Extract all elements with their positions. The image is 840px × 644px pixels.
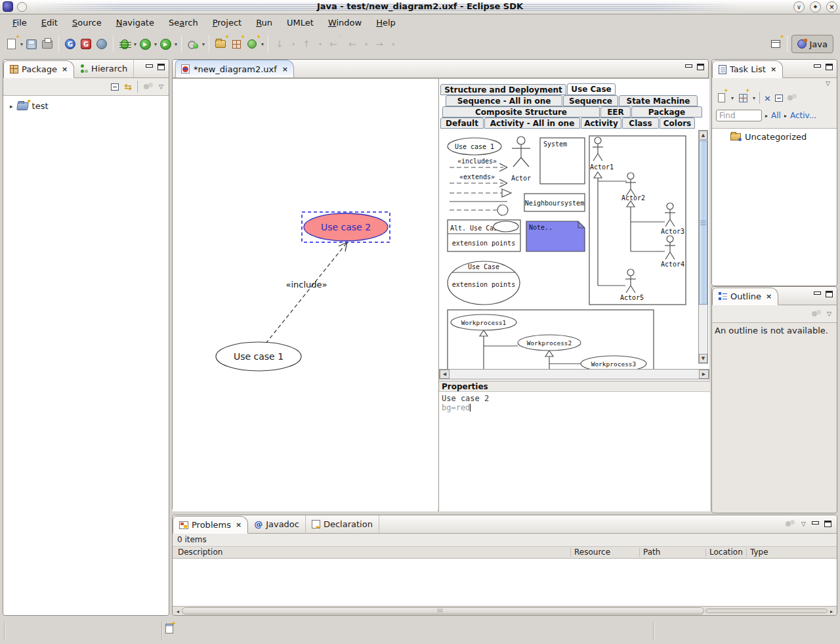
maximize-icon[interactable] (697, 64, 704, 70)
scroll-right-icon[interactable]: ▶ (699, 370, 709, 379)
palette-tab-activity[interactable]: Activity (581, 118, 621, 129)
problems-table-body[interactable] (173, 559, 837, 606)
menu-source[interactable]: Source (65, 16, 109, 29)
palette-workprocess-hierarchy[interactable]: Workprocess1 Workprocess2 Workprocess3 (448, 310, 654, 369)
palette-tab-sequence[interactable]: Sequence (563, 95, 618, 106)
forward-button-disabled[interactable]: → (372, 36, 387, 52)
save-button[interactable] (24, 36, 39, 52)
next-annotation-dropdown[interactable]: ▾ (292, 41, 295, 47)
run-last-launched-button[interactable] (186, 36, 200, 52)
minimize-icon[interactable] (814, 291, 820, 297)
column-path[interactable]: Path (643, 547, 660, 557)
palette-horizontal-scrollbar[interactable]: ◀ ▶ (439, 369, 709, 379)
scrollbar-thumb[interactable] (182, 607, 704, 614)
palette-actor-hierarchy[interactable]: Actor1 Actor2 Actor3 Actor4 (589, 136, 686, 305)
diagram-canvas[interactable]: «include» Use case 2 Use case 1 (173, 79, 438, 511)
filter-all-link[interactable]: All (771, 111, 781, 120)
column-resource[interactable]: Resource (574, 547, 610, 557)
maximize-icon[interactable] (826, 64, 833, 70)
menu-edit[interactable]: Edit (34, 16, 65, 29)
palette-includes-arrow[interactable]: «includes» (450, 158, 507, 171)
run-last-dropdown[interactable]: ▾ (202, 41, 205, 47)
tree-item-test[interactable]: ▸ test (3, 96, 169, 111)
tab-package-explorer[interactable]: Package × (3, 60, 74, 78)
fast-view-icon[interactable] (165, 624, 173, 633)
view-menu-icon[interactable]: ▽ (159, 83, 163, 90)
view-menu-icon[interactable]: ▽ (826, 80, 830, 87)
run-dropdown[interactable]: ▾ (154, 41, 157, 47)
back-dropdown[interactable]: ▾ (365, 41, 368, 47)
filters-icon[interactable] (811, 310, 822, 318)
palette-use-case-extension-points[interactable]: Use Case extension points (448, 261, 520, 305)
collapse-all-icon[interactable] (775, 95, 783, 102)
scroll-left-icon[interactable]: ◀ (440, 370, 450, 379)
scrollbar-thumb[interactable] (699, 140, 707, 305)
include-edge[interactable]: «include» (266, 242, 347, 343)
link-with-editor-icon[interactable]: ⇆ (124, 81, 132, 92)
new-class-button[interactable]: ✦ (245, 36, 259, 52)
palette-tab-composite-structure[interactable]: Composite Structure (442, 106, 600, 118)
filter-activate-link[interactable]: Activ... (790, 111, 816, 120)
debug-button[interactable] (117, 36, 132, 52)
menu-umlet[interactable]: UMLet (280, 16, 321, 29)
maximize-icon[interactable] (826, 291, 833, 297)
new-java-project-button[interactable]: ✦ (213, 36, 228, 52)
filters-icon[interactable] (787, 94, 797, 102)
open-perspective-button[interactable]: ✦ (768, 36, 783, 52)
new-wizard-button[interactable]: ✦ (4, 36, 18, 52)
scroll-left-icon[interactable]: ◂ (174, 607, 182, 615)
menu-file[interactable]: File (5, 16, 34, 29)
scroll-right-icon[interactable]: ▸ (828, 607, 835, 615)
run-button[interactable]: ▶ (138, 36, 152, 52)
palette-tab-activity-all[interactable]: Activity - All in one (484, 118, 580, 129)
maximize-icon[interactable] (158, 64, 165, 70)
use-case-1-shape[interactable]: Use case 1 (216, 342, 301, 371)
delete-icon[interactable]: × (764, 93, 771, 103)
use-case-2-shape[interactable]: Use case 2 (302, 212, 390, 242)
palette-neighboursystem-box[interactable]: Neighboursystem (524, 194, 585, 211)
scroll-down-icon[interactable]: ▼ (699, 354, 707, 363)
plugin-slate-button[interactable] (94, 36, 109, 52)
last-edit-location-button-disabled[interactable]: ←✦ (326, 36, 341, 52)
new-package-button[interactable]: ✦ (229, 36, 243, 52)
view-menu-icon[interactable]: ▽ (827, 311, 831, 317)
palette-tab-sequence-all[interactable]: Sequence - All in one (446, 95, 562, 106)
close-icon[interactable]: × (282, 65, 288, 74)
categorize-dropdown[interactable]: ▾ (753, 95, 755, 101)
tab-hierarchy[interactable]: Hierarch (74, 60, 134, 77)
palette-generalization-arrow[interactable] (450, 189, 511, 197)
tab-javadoc[interactable]: @ Javadoc (248, 515, 306, 533)
find-input[interactable]: Find (716, 110, 762, 121)
palette-use-case[interactable]: Use case 1 (448, 138, 501, 155)
new-task-button[interactable]: ✦ (716, 90, 726, 106)
view-menu-icon[interactable]: ▽ (801, 521, 806, 527)
close-icon[interactable]: × (766, 292, 772, 301)
palette-note[interactable]: Note.. (526, 221, 585, 251)
menu-navigate[interactable]: Navigate (109, 16, 161, 29)
palette-alt-use-case[interactable]: Alt. Use Case extension points (448, 220, 520, 251)
palette-tab-state-machine[interactable]: State Machine (619, 95, 698, 106)
window-maximize-button[interactable]: ◆ (810, 1, 821, 12)
plugin-red-button[interactable]: G (79, 36, 93, 52)
column-type[interactable]: Type (750, 547, 768, 557)
close-icon[interactable]: × (62, 65, 68, 74)
filters-icon[interactable] (785, 520, 795, 528)
palette-tab-structure-deployment[interactable]: Structure and Deployment (440, 84, 566, 95)
column-location[interactable]: Location (709, 547, 743, 557)
uncategorized-item[interactable]: Uncategorized (712, 129, 837, 142)
minimize-icon[interactable] (812, 521, 818, 527)
external-tools-button[interactable]: ▶ (158, 36, 173, 52)
menu-project[interactable]: Project (205, 16, 249, 29)
back-button-disabled[interactable]: ← (345, 36, 360, 52)
tab-declaration[interactable]: Declaration (306, 515, 379, 533)
close-icon[interactable]: × (236, 521, 242, 529)
next-annotation-button-disabled[interactable]: ↓ (272, 36, 287, 52)
external-tools-dropdown[interactable]: ▾ (175, 41, 177, 47)
maximize-icon[interactable] (824, 521, 831, 527)
minimize-icon[interactable] (685, 64, 692, 70)
tab-problems[interactable]: Problems × (173, 516, 248, 534)
filters-icon[interactable] (143, 83, 154, 91)
menu-help[interactable]: Help (369, 16, 403, 29)
tab-outline[interactable]: Outline × (712, 288, 778, 305)
new-class-dropdown[interactable]: ▾ (261, 41, 264, 47)
